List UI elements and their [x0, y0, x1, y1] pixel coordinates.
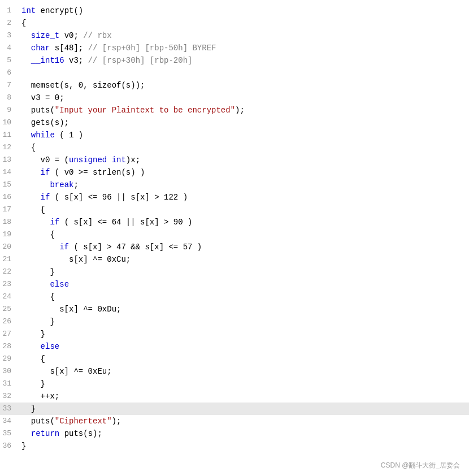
code-table: 1int encrypt()2{3 size_t v0; // rbx4 cha… — [0, 5, 469, 452]
code-line: 33 } — [0, 403, 469, 415]
line-number: 30 — [0, 365, 17, 378]
line-content: puts("Input your Plaintext to be encrypt… — [17, 104, 469, 116]
code-line: 16 if ( s[x] <= 96 || s[x] > 122 ) — [0, 191, 469, 204]
code-line: 2{ — [0, 17, 469, 29]
line-number: 8 — [0, 92, 17, 104]
code-line: 26 } — [0, 315, 469, 328]
code-line: 17 { — [0, 204, 469, 216]
code-line: 32 ++x; — [0, 390, 469, 403]
line-number: 15 — [0, 179, 17, 191]
line-number: 13 — [0, 154, 17, 166]
code-line: 11 while ( 1 ) — [0, 129, 469, 141]
line-content: __int16 v3; // [rsp+30h] [rbp-20h] — [17, 54, 469, 67]
line-content: } — [17, 328, 469, 340]
line-number: 20 — [0, 241, 17, 253]
code-line: 20 if ( s[x] > 47 && s[x] <= 57 ) — [0, 241, 469, 253]
line-number: 6 — [0, 67, 17, 79]
line-content: v3 = 0; — [17, 92, 469, 104]
line-number: 24 — [0, 291, 17, 303]
line-number: 10 — [0, 116, 17, 129]
code-line: 14 if ( v0 >= strlen(s) ) — [0, 166, 469, 179]
line-number: 27 — [0, 328, 17, 340]
code-line: 24 { — [0, 291, 469, 303]
code-line: 21 s[x] ^= 0xCu; — [0, 253, 469, 266]
line-content — [17, 67, 469, 79]
line-content: char s[48]; // [rsp+0h] [rbp-50h] BYREF — [17, 42, 469, 54]
line-content: int encrypt() — [17, 5, 469, 17]
code-line: 9 puts("Input your Plaintext to be encry… — [0, 104, 469, 116]
line-content: { — [17, 17, 469, 29]
line-content: if ( s[x] <= 96 || s[x] > 122 ) — [17, 191, 469, 204]
code-line: 36} — [0, 440, 469, 452]
code-line: 25 s[x] ^= 0xDu; — [0, 303, 469, 315]
line-content: if ( v0 >= strlen(s) ) — [17, 166, 469, 179]
code-line: 10 gets(s); — [0, 116, 469, 129]
line-content: } — [17, 378, 469, 390]
line-number: 12 — [0, 141, 17, 154]
code-line: 31 } — [0, 378, 469, 390]
line-content: v0 = (unsigned int)x; — [17, 154, 469, 166]
line-number: 33 — [0, 403, 17, 415]
line-number: 14 — [0, 166, 17, 179]
line-content: size_t v0; // rbx — [17, 29, 469, 42]
line-content: gets(s); — [17, 116, 469, 129]
line-content: { — [17, 204, 469, 216]
watermark: CSDN @翻斗大街_居委会 — [381, 461, 460, 470]
line-content: { — [17, 291, 469, 303]
line-number: 17 — [0, 204, 17, 216]
line-number: 26 — [0, 315, 17, 328]
code-line: 27 } — [0, 328, 469, 340]
line-content: else — [17, 340, 469, 353]
code-line: 1int encrypt() — [0, 5, 469, 17]
code-line: 29 { — [0, 353, 469, 365]
line-number: 1 — [0, 5, 17, 17]
code-line: 19 { — [0, 228, 469, 241]
line-content: memset(s, 0, sizeof(s)); — [17, 79, 469, 92]
line-content: if ( s[x] > 47 && s[x] <= 57 ) — [17, 241, 469, 253]
code-line: 34 puts("Ciphertext"); — [0, 415, 469, 427]
line-number: 31 — [0, 378, 17, 390]
line-content: if ( s[x] <= 64 || s[x] > 90 ) — [17, 216, 469, 228]
line-content: while ( 1 ) — [17, 129, 469, 141]
code-line: 4 char s[48]; // [rsp+0h] [rbp-50h] BYRE… — [0, 42, 469, 54]
line-number: 16 — [0, 191, 17, 204]
line-content: { — [17, 353, 469, 365]
line-number: 11 — [0, 129, 17, 141]
code-line: 12 { — [0, 141, 469, 154]
line-number: 18 — [0, 216, 17, 228]
code-line: 18 if ( s[x] <= 64 || s[x] > 90 ) — [0, 216, 469, 228]
line-number: 9 — [0, 104, 17, 116]
line-content: } — [17, 440, 469, 452]
line-number: 4 — [0, 42, 17, 54]
line-content: { — [17, 141, 469, 154]
code-line: 23 else — [0, 278, 469, 291]
code-line: 35 return puts(s); — [0, 427, 469, 440]
line-number: 29 — [0, 353, 17, 365]
line-number: 3 — [0, 29, 17, 42]
code-line: 30 s[x] ^= 0xEu; — [0, 365, 469, 378]
line-number: 7 — [0, 79, 17, 92]
code-line: 3 size_t v0; // rbx — [0, 29, 469, 42]
line-number: 35 — [0, 427, 17, 440]
line-number: 5 — [0, 54, 17, 67]
line-content: ++x; — [17, 390, 469, 403]
line-content: return puts(s); — [17, 427, 469, 440]
code-line: 13 v0 = (unsigned int)x; — [0, 154, 469, 166]
line-number: 36 — [0, 440, 17, 452]
line-content: puts("Ciphertext"); — [17, 415, 469, 427]
line-number: 25 — [0, 303, 17, 315]
code-line: 7 memset(s, 0, sizeof(s)); — [0, 79, 469, 92]
line-number: 23 — [0, 278, 17, 291]
line-number: 34 — [0, 415, 17, 427]
line-content: break; — [17, 179, 469, 191]
line-number: 22 — [0, 266, 17, 278]
code-line: 28 else — [0, 340, 469, 353]
line-content: { — [17, 228, 469, 241]
line-content: s[x] ^= 0xCu; — [17, 253, 469, 266]
line-number: 28 — [0, 340, 17, 353]
line-number: 32 — [0, 390, 17, 403]
line-number: 2 — [0, 17, 17, 29]
code-line: 8 v3 = 0; — [0, 92, 469, 104]
line-content: s[x] ^= 0xEu; — [17, 365, 469, 378]
line-content: } — [17, 266, 469, 278]
